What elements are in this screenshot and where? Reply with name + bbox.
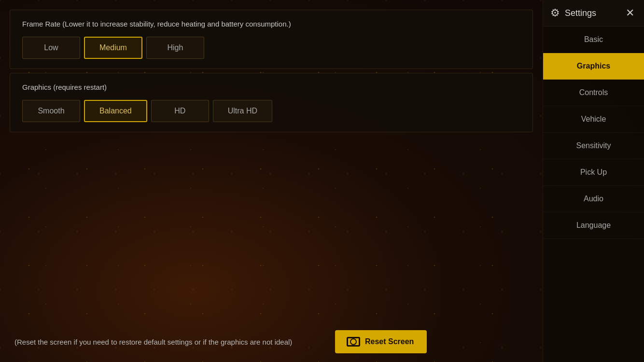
sidebar-header: ⚙ Settings ✕: [543, 0, 644, 27]
sidebar-item-audio[interactable]: Audio: [543, 186, 644, 212]
graphics-button-group: Smooth Balanced HD Ultra HD: [22, 100, 520, 122]
framerate-high-btn[interactable]: High: [146, 37, 204, 59]
main-content: Frame Rate (Lower it to increase stabili…: [0, 0, 543, 362]
framerate-button-group: Low Medium High: [22, 37, 520, 59]
graphics-smooth-btn[interactable]: Smooth: [22, 100, 80, 122]
framerate-label: Frame Rate (Lower it to increase stabili…: [22, 20, 520, 28]
graphics-panel: Graphics (requires restart) Smooth Balan…: [10, 73, 533, 132]
close-button[interactable]: ✕: [623, 4, 637, 22]
reset-screen-button[interactable]: Reset Screen: [335, 330, 427, 353]
sidebar-item-sensitivity[interactable]: Sensitivity: [543, 133, 644, 159]
sidebar-item-pickup[interactable]: Pick Up: [543, 159, 644, 186]
sidebar-item-controls[interactable]: Controls: [543, 80, 644, 106]
reset-label: Reset Screen: [365, 337, 414, 346]
graphics-hd-btn[interactable]: HD: [151, 100, 209, 122]
graphics-ultrahd-btn[interactable]: Ultra HD: [213, 100, 272, 122]
sidebar-item-vehicle[interactable]: Vehicle: [543, 106, 644, 133]
sidebar-item-language[interactable]: Language: [543, 212, 644, 239]
header-title-area: ⚙ Settings: [550, 7, 596, 19]
sidebar-item-graphics[interactable]: Graphics: [543, 53, 644, 80]
framerate-panel: Frame Rate (Lower it to increase stabili…: [10, 10, 533, 69]
gear-icon: ⚙: [550, 7, 560, 19]
bottom-hint: (Reset the screen if you need to restore…: [14, 338, 292, 346]
sidebar-item-basic[interactable]: Basic: [543, 27, 644, 53]
header-title: Settings: [565, 8, 596, 18]
reset-icon: [347, 337, 360, 347]
bottom-bar: (Reset the screen if you need to restore…: [0, 321, 441, 362]
framerate-low-btn[interactable]: Low: [22, 37, 80, 59]
framerate-medium-btn[interactable]: Medium: [84, 37, 142, 59]
sidebar: ⚙ Settings ✕ Basic Graphics Controls Veh…: [543, 0, 644, 362]
graphics-balanced-btn[interactable]: Balanced: [84, 100, 147, 122]
graphics-label: Graphics (requires restart): [22, 83, 520, 91]
